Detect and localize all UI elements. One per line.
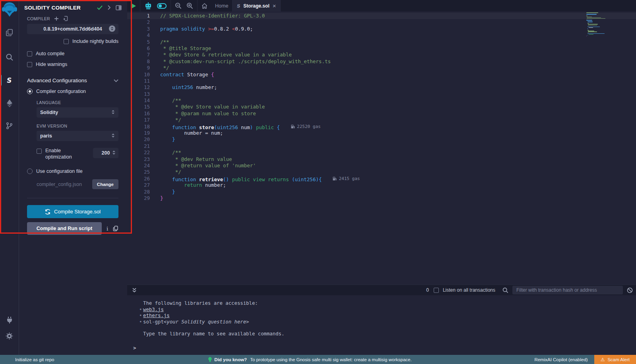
info-icon[interactable]: i xyxy=(107,226,108,232)
code-line[interactable]: 12 uint256 number; xyxy=(127,84,636,91)
library-link[interactable]: web3.js xyxy=(143,307,164,313)
code-line[interactable]: 4 xyxy=(127,32,636,39)
auto-compile-checkbox-row[interactable]: Auto compile xyxy=(27,51,118,56)
library-link[interactable]: ethers.js xyxy=(143,313,170,319)
listen-transactions-checkbox[interactable] xyxy=(434,288,439,293)
code-line[interactable]: 27 return number; xyxy=(127,182,636,188)
clear-terminal-icon[interactable] xyxy=(627,287,633,293)
change-config-button[interactable]: Change xyxy=(92,179,118,189)
add-compiler-icon[interactable] xyxy=(54,16,59,21)
code-line[interactable]: 22 /** xyxy=(127,149,636,156)
include-nightly-checkbox-row[interactable]: Include nightly builds xyxy=(27,39,118,44)
code-line[interactable]: 17 */ xyxy=(127,117,636,123)
enable-optimization-checkbox[interactable] xyxy=(37,149,42,154)
code-line[interactable]: 21 xyxy=(127,143,636,149)
auto-compile-checkbox[interactable] xyxy=(27,51,32,56)
terminal-library-item: •ethers.js xyxy=(133,313,636,319)
ai-copilot-robot-icon[interactable] xyxy=(144,2,152,10)
tab-close-icon[interactable]: × xyxy=(273,3,276,9)
zoom-out-icon[interactable] xyxy=(175,2,182,9)
use-configuration-file-radio-row[interactable]: Use configuration file xyxy=(27,168,118,174)
code-line[interactable]: 6 * @title Storage xyxy=(127,45,636,52)
search-icon[interactable] xyxy=(0,49,19,65)
plugin-manager-icon[interactable] xyxy=(0,312,19,328)
line-number: 15 xyxy=(127,104,150,110)
language-select[interactable]: Solidity xyxy=(37,107,118,118)
code-line[interactable]: 29} xyxy=(127,195,636,201)
solidity-compiler-icon[interactable]: S xyxy=(0,72,19,88)
code-line[interactable]: 8 * @custom:dev-run-script ./scripts/dep… xyxy=(127,58,636,65)
include-nightly-checkbox[interactable] xyxy=(64,39,69,44)
optimization-runs-input[interactable]: 200 xyxy=(93,148,118,158)
code-line[interactable]: 7 * @dev Store & retrieve value in a var… xyxy=(127,52,636,58)
code-line[interactable]: 25 */ xyxy=(127,169,636,175)
line-number: 28 xyxy=(127,189,150,195)
activity-bar: S xyxy=(0,0,19,355)
zoom-in-icon[interactable] xyxy=(186,2,193,9)
copy-icon[interactable] xyxy=(113,226,118,231)
code-editor[interactable]: 1// SPDX-License-Identifier: GPL-3.023pr… xyxy=(127,12,636,285)
code-line[interactable]: 13 xyxy=(127,91,636,97)
code-line[interactable]: 3pragma solidity >=0.8.2 <0.9.0; xyxy=(127,26,636,32)
import-compiler-icon[interactable] xyxy=(63,16,68,21)
settings-gear-icon[interactable] xyxy=(0,328,19,344)
active-plugin-indicator xyxy=(0,74,2,86)
code-line[interactable]: 26 function retrieve() public view retur… xyxy=(127,176,636,182)
terminal-output[interactable]: The following libraries are accessible: … xyxy=(127,295,636,355)
evm-version-select[interactable]: paris xyxy=(37,131,118,141)
code-line[interactable]: 1// SPDX-License-Identifier: GPL-3.0 xyxy=(127,13,636,19)
code-line[interactable]: 15 * @dev Store value in variable xyxy=(127,104,636,110)
line-number: 9 xyxy=(127,65,150,71)
transaction-filter-input[interactable] xyxy=(512,286,623,294)
terminal-prompt[interactable]: > xyxy=(133,345,636,352)
code-line[interactable]: 14 /** xyxy=(127,97,636,104)
copilot-toggle[interactable] xyxy=(157,3,167,9)
run-script-play-icon[interactable] xyxy=(131,3,136,9)
minimap-line xyxy=(588,31,597,32)
tab-storage-sol[interactable]: S Storage.sol × xyxy=(233,0,281,12)
code-line[interactable]: 10contract Storage { xyxy=(127,72,636,78)
bullet-dot: • xyxy=(139,313,143,319)
hide-warnings-checkbox[interactable] xyxy=(27,62,32,67)
stepper-caret-icon[interactable] xyxy=(112,150,116,156)
copilot-status[interactable]: RemixAI Copilot (enabled) xyxy=(534,357,588,362)
code-line[interactable]: 2 xyxy=(127,19,636,25)
compiler-configuration-radio-row[interactable]: Compiler configuration xyxy=(27,89,118,94)
git-icon[interactable] xyxy=(0,118,19,134)
code-line[interactable]: 24 * @return value of 'number' xyxy=(127,163,636,169)
chevron-right-icon[interactable] xyxy=(107,5,111,10)
code-line[interactable]: 11 xyxy=(127,78,636,84)
terminal-toolbar: 0 Listen on all transactions xyxy=(127,285,636,295)
enable-optimization-label: Enable optimization xyxy=(45,148,80,160)
line-number: 26 xyxy=(127,176,150,182)
code-line[interactable]: 18 function store(uint256 num) public {2… xyxy=(127,124,636,130)
terminal-search-icon[interactable] xyxy=(502,287,508,293)
deploy-run-icon[interactable] xyxy=(0,95,19,111)
scam-alert-button[interactable]: ⚠ Scam Alert xyxy=(594,355,636,364)
line-number: 17 xyxy=(127,117,150,123)
compiler-version-select[interactable]: 0.8.19+commit.7dd6d404 xyxy=(27,24,118,34)
git-init-status[interactable]: Initialize as git repo xyxy=(0,357,54,362)
home-tab[interactable]: Home xyxy=(198,0,233,12)
line-number: 12 xyxy=(127,84,150,91)
code-line[interactable]: 23 * @dev Return value xyxy=(127,156,636,163)
line-text: * @title Storage xyxy=(150,45,211,52)
use-configuration-file-radio[interactable] xyxy=(27,168,33,174)
compile-and-run-button[interactable]: Compile and Run script xyxy=(27,222,102,235)
advanced-configurations-header[interactable]: Advanced Configurations xyxy=(27,77,118,83)
code-line[interactable]: 9 */ xyxy=(127,65,636,71)
line-number: 13 xyxy=(127,91,150,97)
expand-terminal-icon[interactable] xyxy=(132,288,137,293)
code-line[interactable]: 16 * @param num value to store xyxy=(127,110,636,117)
code-line[interactable]: 20 } xyxy=(127,136,636,143)
line-text: function retrieve() public view returns … xyxy=(150,176,360,182)
file-explorer-icon[interactable] xyxy=(0,25,19,41)
code-line[interactable]: 5/** xyxy=(127,39,636,45)
compile-button[interactable]: Compile Storage.sol xyxy=(27,205,118,218)
code-line[interactable]: 19 number = num; xyxy=(127,130,636,136)
pin-panel-icon[interactable] xyxy=(116,5,122,10)
code-line[interactable]: 28 } xyxy=(127,189,636,195)
hide-warnings-checkbox-row[interactable]: Hide warnings xyxy=(27,62,118,67)
remix-logo[interactable] xyxy=(0,1,19,19)
compiler-configuration-radio[interactable] xyxy=(27,89,33,94)
